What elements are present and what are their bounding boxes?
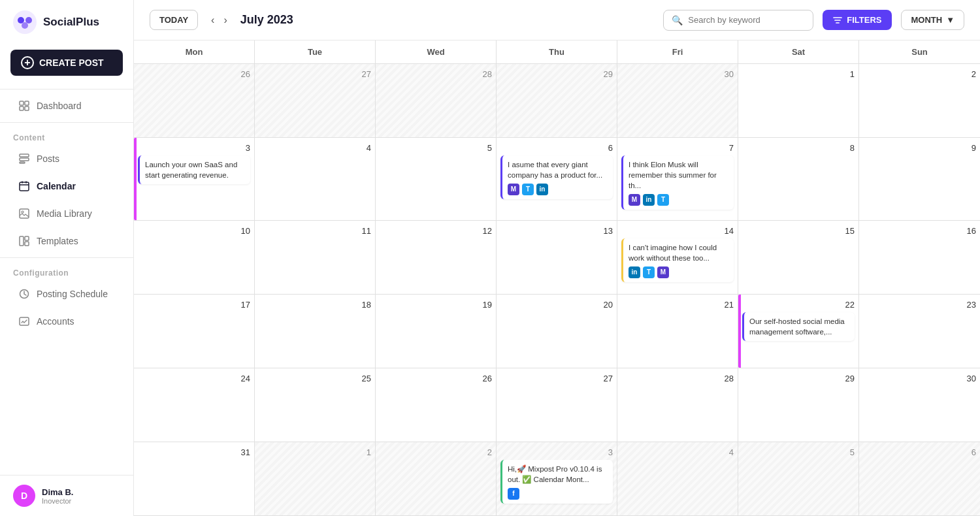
sidebar-item-accounts[interactable]: Accounts	[5, 309, 128, 334]
calendar-cell[interactable]: 2	[859, 64, 980, 138]
calendar-cell[interactable]: 27	[255, 64, 376, 138]
calendar-cell[interactable]: 18	[255, 295, 376, 368]
twitter-icon: T	[643, 266, 655, 278]
filters-button[interactable]: FILTERS	[823, 10, 892, 30]
month-view-button[interactable]: MONTH ▼	[901, 10, 964, 30]
create-post-label: CREATE POST	[39, 57, 104, 68]
search-input[interactable]	[688, 15, 805, 25]
calendar-cell[interactable]: 17	[134, 295, 255, 368]
calendar-cell[interactable]: 21	[617, 295, 738, 368]
calendar-cell[interactable]: 22Our self-hosted social media managemen…	[738, 295, 859, 368]
calendar-cell[interactable]: 30	[859, 368, 980, 442]
prev-month-button[interactable]: ‹	[207, 12, 218, 29]
calendar-cell[interactable]: 13	[497, 221, 617, 295]
calendar-cell[interactable]: 23	[859, 295, 980, 368]
sidebar-item-posting-schedule[interactable]: Posting Schedule	[5, 282, 128, 306]
sidebar-item-posts[interactable]: Posts	[5, 146, 128, 171]
event-card[interactable]: I asume that every giant company has a p…	[500, 155, 613, 199]
mastodon-icon: M	[657, 266, 669, 278]
sidebar-item-media-library[interactable]: Media Library	[5, 201, 128, 226]
calendar-cell[interactable]: 3Hi,🚀 Mixpost Pro v0.10.4 is out. ✅ Cale…	[497, 442, 617, 516]
configuration-section-title: Configuration	[0, 261, 133, 280]
posting-schedule-label: Posting Schedule	[37, 289, 108, 299]
calendar-cell[interactable]: 5	[738, 442, 859, 516]
search-box[interactable]: 🔍	[663, 10, 813, 31]
linkedin-icon: in	[536, 184, 548, 195]
cell-date: 23	[863, 300, 976, 310]
calendar-cell[interactable]: 2	[376, 442, 497, 516]
dashboard-label: Dashboard	[37, 101, 82, 111]
event-card[interactable]: Hi,🚀 Mixpost Pro v0.10.4 is out. ✅ Calen…	[500, 460, 613, 504]
event-card[interactable]: Launch your own SaaS and start generatin…	[138, 155, 250, 184]
cell-date: 13	[500, 226, 613, 236]
calendar-cell[interactable]: 30	[617, 64, 738, 138]
facebook-icon: f	[508, 488, 519, 500]
calendar-cell[interactable]: 24	[134, 368, 255, 442]
calendar-cell[interactable]: 29	[497, 64, 617, 138]
event-accent-bar	[738, 295, 741, 368]
sidebar-item-dashboard[interactable]: Dashboard	[5, 93, 128, 118]
calendar-cell[interactable]: 26	[376, 368, 497, 442]
svg-point-3	[22, 22, 28, 29]
calendar-cell[interactable]: 6	[859, 442, 980, 516]
calendar-cell[interactable]: 6I asume that every giant company has a …	[497, 138, 617, 220]
calendar-cell[interactable]: 14I can't imagine how I could work witho…	[617, 221, 738, 295]
today-button[interactable]: TODAY	[150, 10, 198, 30]
calendar-cell[interactable]: 8	[738, 138, 859, 220]
plus-circle-icon: +	[21, 56, 34, 69]
media-library-label: Media Library	[37, 208, 92, 219]
twitter-icon: T	[657, 194, 669, 206]
calendar-cell[interactable]: 25	[255, 368, 376, 442]
calendar-cell[interactable]: 5	[376, 138, 497, 220]
cell-date: 27	[500, 374, 613, 383]
calendar-cell[interactable]: 28	[617, 368, 738, 442]
calendar-cell[interactable]: 31	[134, 442, 255, 516]
calendar-cell[interactable]: 4	[617, 442, 738, 516]
event-card[interactable]: Our self-hosted social media management …	[742, 312, 855, 341]
calendar-cell[interactable]: 7I think Elon Musk will remember this su…	[617, 138, 738, 220]
cell-date: 5	[380, 143, 492, 153]
svg-point-2	[25, 17, 32, 24]
cell-date: 15	[742, 226, 855, 236]
accounts-icon	[18, 315, 30, 327]
event-social-icons: MTin	[508, 184, 608, 195]
event-card[interactable]: I think Elon Musk will remember this sum…	[621, 155, 734, 210]
linkedin-icon: in	[643, 194, 655, 206]
user-profile[interactable]: D Dima B. Inovector	[0, 475, 133, 516]
calendar-cell[interactable]: 20	[497, 295, 617, 368]
svg-point-1	[18, 17, 24, 24]
calendar-cell[interactable]: 11	[255, 221, 376, 295]
event-text: Launch your own SaaS and start generatin…	[145, 159, 245, 180]
calendar-cell[interactable]: 10	[134, 221, 255, 295]
cell-date: 4	[621, 447, 734, 457]
svg-rect-4	[20, 101, 24, 105]
calendar-cell[interactable]: 9	[859, 138, 980, 220]
calendar-cell[interactable]: 1	[255, 442, 376, 516]
calendar-cell[interactable]: 3Launch your own SaaS and start generati…	[134, 138, 255, 220]
calendar-cell[interactable]: 15	[738, 221, 859, 295]
calendar-cell[interactable]: 1	[738, 64, 859, 138]
topbar: TODAY ‹ › July 2023 🔍 FILTERS MONTH ▼	[134, 0, 980, 40]
sidebar-item-templates[interactable]: Templates	[5, 229, 128, 253]
calendar-cell[interactable]: 16	[859, 221, 980, 295]
cell-date: 19	[380, 300, 492, 310]
svg-rect-7	[25, 106, 29, 110]
event-card[interactable]: I can't imagine how I could work without…	[621, 238, 734, 282]
calendar-cell[interactable]: 4	[255, 138, 376, 220]
calendar-cell[interactable]: 27	[497, 368, 617, 442]
twitter-icon: T	[522, 184, 534, 195]
cell-date: 8	[742, 143, 855, 153]
calendar-header-sun: Sun	[859, 40, 980, 63]
create-post-button[interactable]: + CREATE POST	[10, 50, 123, 76]
sidebar-item-calendar[interactable]: Calendar	[5, 174, 128, 199]
calendar-cell[interactable]: 26	[134, 64, 255, 138]
logo: SocialPlus	[0, 0, 133, 44]
cell-date: 29	[500, 69, 613, 79]
calendar-cell[interactable]: 19	[376, 295, 497, 368]
calendar-cell[interactable]: 29	[738, 368, 859, 442]
cell-date: 10	[138, 226, 250, 236]
calendar-cell[interactable]: 28	[376, 64, 497, 138]
next-month-button[interactable]: ›	[220, 12, 231, 29]
calendar-cell[interactable]: 12	[376, 221, 497, 295]
user-info: Dima B. Inovector	[42, 487, 73, 505]
